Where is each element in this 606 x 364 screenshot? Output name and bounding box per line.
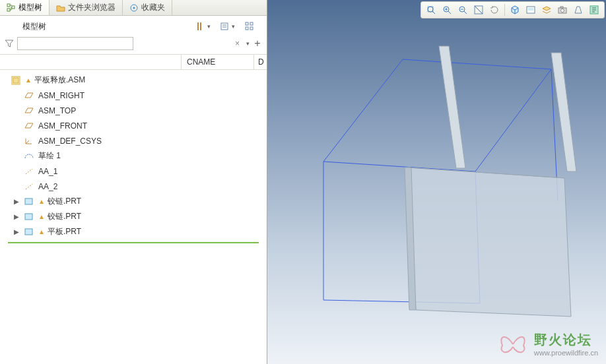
svg-rect-13 xyxy=(25,214,32,220)
tree-item-asm-csys[interactable]: ASM_DEF_CSYS xyxy=(0,133,267,148)
tree-item-label: ASM_FRONT xyxy=(38,121,87,131)
svg-rect-1 xyxy=(7,9,10,11)
svg-rect-2 xyxy=(12,6,15,9)
zoom-window-icon[interactable] xyxy=(424,3,438,16)
tree-item-asm-right[interactable]: ASM_RIGHT xyxy=(0,88,267,103)
svg-rect-7 xyxy=(250,22,253,25)
datum-plane-icon xyxy=(24,90,34,101)
svg-marker-17 xyxy=(439,46,465,168)
favorites-icon xyxy=(129,3,139,13)
warning-icon: ▲ xyxy=(38,198,45,205)
tree-item-hinge-2[interactable]: ▶ ▲ 铰链.PRT xyxy=(0,209,267,224)
filter-input-wrap: × xyxy=(17,37,242,50)
panel-tabs: 模型树 文件夹浏览器 收藏夹 xyxy=(0,0,267,16)
tab-label: 文件夹浏览器 xyxy=(68,2,116,13)
saved-views-icon[interactable] xyxy=(523,3,538,16)
tree-item-aa1[interactable]: AA_1 xyxy=(0,164,267,179)
model-tree: ▲ 平板释放.ASM ASM_RIGHT ASM_TOP ASM_FRONT A… xyxy=(0,70,267,364)
tree-item-label: 平板释放.ASM xyxy=(34,75,85,86)
display-style-icon[interactable] xyxy=(508,3,522,16)
svg-marker-18 xyxy=(551,53,576,171)
tree-item-label: ASM_TOP xyxy=(38,106,76,115)
tree-item-label: 铰链.PRT xyxy=(48,196,81,207)
tree-item-aa2[interactable]: AA_2 xyxy=(0,179,267,194)
tab-favorites[interactable]: 收藏夹 xyxy=(123,0,172,15)
watermark-title: 野火论坛 xyxy=(534,331,598,349)
panel-title: 模型树 xyxy=(22,21,46,32)
toolbar-sep xyxy=(504,4,505,16)
svg-point-4 xyxy=(133,7,135,9)
expand-icon[interactable]: ▶ xyxy=(13,228,20,235)
tree-item-label: ASM_RIGHT xyxy=(38,91,84,100)
zoom-out-icon[interactable] xyxy=(455,3,470,16)
datum-plane-icon xyxy=(24,121,34,131)
perspective-icon[interactable] xyxy=(571,3,586,16)
tree-item-label: AA_2 xyxy=(38,182,57,191)
snapshot-icon[interactable] xyxy=(555,3,570,16)
tab-folder-browser[interactable]: 文件夹浏览器 xyxy=(50,0,123,15)
tool-settings-icon[interactable]: ▾ xyxy=(193,20,213,33)
tree-item-plate[interactable]: ▶ ▲ 平板.PRT xyxy=(0,224,267,239)
svg-rect-25 xyxy=(528,8,533,11)
filter-row: × ▾ + xyxy=(0,34,267,54)
col-cname[interactable]: CNAME xyxy=(181,55,253,69)
assembly-icon xyxy=(11,75,21,86)
filter-add-icon[interactable]: + xyxy=(252,38,263,49)
svg-rect-6 xyxy=(246,22,248,25)
tree-item-label: 平板.PRT xyxy=(48,226,81,237)
svg-rect-0 xyxy=(7,4,10,7)
tree-item-label: 铰链.PRT xyxy=(48,211,81,222)
insert-here-marker[interactable] xyxy=(8,242,259,243)
csys-icon xyxy=(24,136,34,146)
view-toolbar xyxy=(421,1,605,18)
expand-icon[interactable]: ▶ xyxy=(13,213,20,220)
part-icon xyxy=(24,227,34,237)
part-icon xyxy=(24,212,34,222)
svg-rect-9 xyxy=(250,27,253,30)
tree-item-label: AA_1 xyxy=(38,167,57,176)
svg-rect-5 xyxy=(221,23,228,30)
annotations-icon[interactable] xyxy=(587,3,601,16)
refit-icon[interactable] xyxy=(471,3,486,16)
spin-icon[interactable] xyxy=(487,3,502,16)
tree-item-asm-front[interactable]: ASM_FRONT xyxy=(0,118,267,133)
svg-rect-11 xyxy=(13,78,18,83)
axis-icon xyxy=(24,166,34,177)
filter-clear-icon[interactable]: × xyxy=(235,39,240,48)
zoom-in-icon[interactable] xyxy=(440,3,454,16)
watermark-url: www.proewildfire.cn xyxy=(534,349,598,357)
tree-item-hinge-1[interactable]: ▶ ▲ 铰链.PRT xyxy=(0,194,267,209)
model-geometry xyxy=(267,0,606,364)
svg-point-19 xyxy=(428,7,433,12)
tree-item-sketch[interactable]: 草绘 1 xyxy=(0,148,267,164)
col-d[interactable]: D xyxy=(253,55,267,69)
part-icon xyxy=(24,197,34,207)
graphics-viewport[interactable]: 野火论坛 www.proewildfire.cn xyxy=(267,0,606,364)
app-root: 模型树 文件夹浏览器 收藏夹 模型树 ▾ xyxy=(0,0,606,364)
svg-rect-14 xyxy=(25,229,32,235)
butterfly-icon xyxy=(497,330,529,357)
layers-icon[interactable] xyxy=(539,3,554,16)
datum-plane-icon xyxy=(24,106,34,116)
svg-marker-15 xyxy=(407,167,571,317)
tab-label: 模型树 xyxy=(18,2,42,13)
svg-rect-8 xyxy=(246,27,248,30)
tree-root[interactable]: ▲ 平板释放.ASM xyxy=(0,73,267,88)
panel-tools: ▾ ▾ xyxy=(193,20,260,33)
funnel-icon[interactable] xyxy=(4,38,15,49)
svg-rect-12 xyxy=(25,198,32,204)
tree-column-header: CNAME D xyxy=(0,54,267,70)
model-tree-panel: 模型树 文件夹浏览器 收藏夹 模型树 ▾ xyxy=(0,0,267,364)
tree-item-asm-top[interactable]: ASM_TOP xyxy=(0,103,267,118)
filter-dropdown-icon[interactable]: ▾ xyxy=(246,40,250,47)
folder-icon xyxy=(56,3,65,13)
tab-model-tree[interactable]: 模型树 xyxy=(0,0,50,15)
panel-header: 模型树 ▾ ▾ xyxy=(0,16,267,34)
tool-show-icon[interactable]: ▾ xyxy=(217,20,238,33)
filter-input[interactable] xyxy=(17,37,133,50)
tool-tree-filters-icon[interactable] xyxy=(242,20,257,33)
svg-rect-28 xyxy=(560,7,563,8)
warning-icon: ▲ xyxy=(25,76,32,84)
svg-point-27 xyxy=(561,9,564,13)
expand-icon[interactable]: ▶ xyxy=(13,198,20,205)
